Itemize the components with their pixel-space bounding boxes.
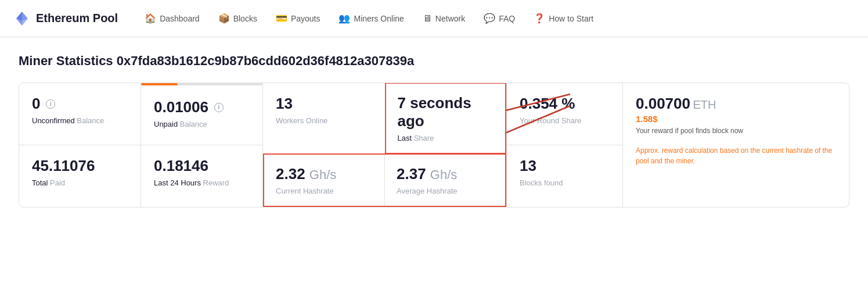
dashboard-icon: 🏠	[145, 13, 156, 24]
reward-usd-value: 1.58$	[636, 114, 836, 124]
workers-online-card: 13 Workers Online	[263, 83, 386, 153]
last-share-label: Last Share	[398, 134, 494, 142]
nav-faq[interactable]: 💬 FAQ	[476, 8, 523, 28]
main-nav: 🏠 Dashboard 📦 Blocks 💳 Payouts 👥 Miners …	[136, 8, 854, 28]
workers-row: 13 Workers Online 7 seconds ago Last Sha…	[263, 83, 506, 154]
workers-online-label: Workers Online	[276, 116, 372, 125]
current-hashrate-value: 2.32 Gh/s	[276, 165, 373, 183]
reward-panel: 0.00700 ETH 1.58$ Your reward if pool fi…	[623, 83, 849, 207]
workers-online-value: 13	[276, 95, 372, 113]
page-content: Miner Statistics 0x7fda83b1612c9b87b6cdd…	[0, 37, 868, 224]
logo-area: Ethereum Pool	[14, 10, 118, 27]
round-share-card: 0.354 % Your Round Share	[507, 83, 622, 145]
last24-label: Last 24 Hours Reward	[154, 178, 250, 187]
blocks-found-value: 13	[520, 157, 610, 175]
reward-description: Your reward if pool finds block now	[636, 126, 836, 136]
miners-icon: 👥	[338, 13, 350, 24]
average-hashrate-label: Average Hashrate	[397, 187, 494, 195]
nav-network[interactable]: 🖥 Network	[415, 9, 473, 28]
reward-eth-display: 0.00700 ETH	[636, 95, 836, 113]
nav-faq-label: FAQ	[499, 14, 515, 23]
last-share-value: 7 seconds ago	[398, 94, 494, 130]
page-title: Miner Statistics 0x7fda83b1612c9b87b6cdd…	[19, 53, 849, 69]
logo-text: Ethereum Pool	[36, 12, 118, 25]
reward-eth-unit: ETH	[693, 98, 716, 111]
bottom-balance-row: 45.11076 Total Paid 0.18146 Last 24 Hour…	[19, 145, 262, 207]
unconfirmed-balance-label: Unconfirmed Balance	[32, 116, 128, 125]
current-hashrate-card: 2.32 Gh/s Current Hashrate	[264, 155, 385, 206]
top-balance-row: 0 i Unconfirmed Balance	[19, 83, 262, 145]
unpaid-info-icon[interactable]: i	[214, 103, 224, 112]
blocks-found-card: 13 Blocks found	[507, 145, 622, 207]
unpaid-balance-value: 0.01006 i	[154, 98, 250, 116]
last-share-card: 7 seconds ago Last Share	[385, 83, 507, 154]
total-paid-value: 45.11076	[32, 157, 128, 175]
how-to-start-icon: ❓	[534, 13, 545, 24]
stats-wrapper: 0 i Unconfirmed Balance	[19, 83, 849, 208]
nav-dashboard-label: Dashboard	[160, 14, 200, 23]
middle-panel: 13 Workers Online 7 seconds ago Last Sha…	[263, 83, 507, 207]
nav-how-to-start-label: How to Start	[549, 14, 593, 23]
total-paid-label: Total Paid	[32, 178, 128, 187]
nav-miners-label: Miners Online	[354, 14, 404, 23]
last24-value: 0.18146	[154, 157, 250, 175]
nav-how-to-start[interactable]: ❓ How to Start	[525, 8, 602, 28]
payouts-icon: 💳	[276, 13, 287, 24]
reward-eth-value: 0.00700	[636, 95, 690, 112]
round-share-label: Your Round Share	[520, 116, 610, 125]
faq-icon: 💬	[484, 13, 495, 24]
nav-payouts-label: Payouts	[291, 14, 320, 23]
unpaid-balance-card: 0.01006 i Unpaid Balance	[141, 83, 262, 145]
total-paid-card: 45.11076 Total Paid	[19, 145, 141, 207]
unconfirmed-balance-card: 0 i Unconfirmed Balance	[19, 83, 141, 145]
unpaid-balance-label: Unpaid Balance	[154, 120, 250, 128]
hashrate-row: 2.32 Gh/s Current Hashrate 2.37 Gh/s Ave…	[263, 153, 506, 207]
nav-dashboard[interactable]: 🏠 Dashboard	[136, 8, 208, 28]
header: Ethereum Pool 🏠 Dashboard 📦 Blocks 💳 Pay…	[0, 0, 868, 37]
stats-grid: 0 i Unconfirmed Balance	[19, 83, 849, 208]
reward-approx-text: Approx. reward calculation based on the …	[636, 145, 836, 166]
current-hashrate-label: Current Hashrate	[276, 187, 373, 195]
last24-card: 0.18146 Last 24 Hours Reward	[141, 145, 262, 207]
blocks-found-label: Blocks found	[520, 178, 610, 187]
nav-blocks-label: Blocks	[233, 14, 257, 23]
unconfirmed-info-icon[interactable]: i	[46, 99, 55, 109]
blocks-icon: 📦	[218, 13, 230, 24]
ethereum-logo-icon	[14, 10, 30, 27]
nav-miners-online[interactable]: 👥 Miners Online	[330, 8, 412, 28]
balance-panel: 0 i Unconfirmed Balance	[19, 83, 263, 207]
nav-blocks[interactable]: 📦 Blocks	[210, 8, 265, 28]
average-hashrate-card: 2.37 Gh/s Average Hashrate	[385, 155, 505, 206]
network-icon: 🖥	[423, 13, 432, 24]
average-hashrate-value: 2.37 Gh/s	[397, 165, 494, 183]
nav-payouts[interactable]: 💳 Payouts	[268, 8, 329, 28]
round-share-value: 0.354 %	[520, 95, 610, 113]
right-panel: 0.354 % Your Round Share 13 Blocks found	[507, 83, 623, 207]
unconfirmed-balance-value: 0 i	[32, 95, 128, 113]
nav-network-label: Network	[435, 14, 465, 23]
